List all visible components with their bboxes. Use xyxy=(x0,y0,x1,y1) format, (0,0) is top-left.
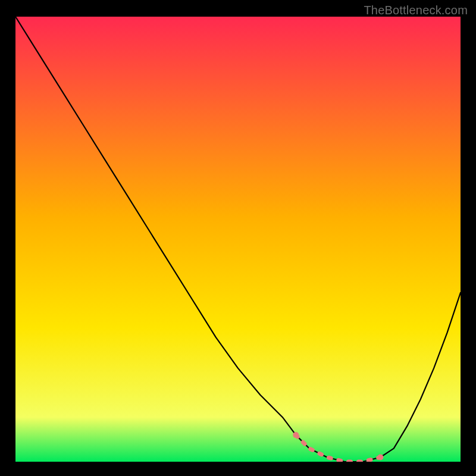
plot-svg xyxy=(15,17,461,462)
chart-stage: TheBottleneck.com xyxy=(0,0,476,476)
plot-area xyxy=(15,17,461,462)
highlight-endpoint xyxy=(377,455,383,461)
gradient-background xyxy=(15,17,461,462)
highlight-endpoint xyxy=(293,432,299,438)
watermark-text: TheBottleneck.com xyxy=(364,4,468,17)
